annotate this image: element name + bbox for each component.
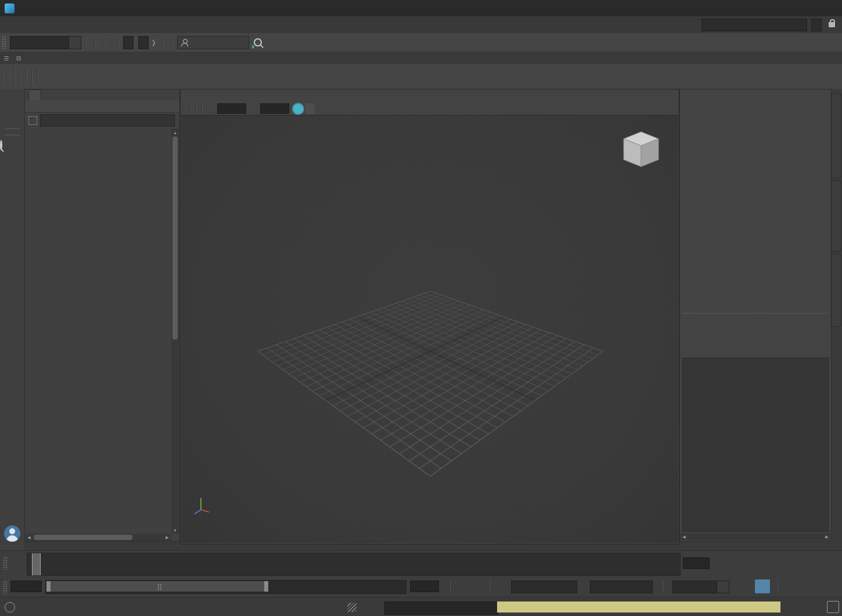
sign-in-button[interactable] [177, 36, 249, 49]
toolbox [0, 89, 24, 550]
symmetry-field[interactable] [138, 36, 149, 49]
current-frame-field[interactable] [683, 557, 710, 569]
workspace-selector [698, 19, 839, 31]
toolbar-separator [104, 36, 105, 49]
fps-dropdown-icon[interactable] [717, 581, 729, 593]
maya-logo-icon [5, 3, 15, 13]
person-icon [181, 39, 188, 46]
toolbox-separator [5, 135, 20, 135]
poly-modeling-shelf [0, 64, 842, 89]
time-slider[interactable] [27, 553, 681, 576]
tab-channel-box-layer-editor[interactable] [832, 93, 841, 178]
range-drag-dots[interactable] [157, 583, 162, 590]
minimize-button[interactable] [764, 0, 790, 16]
scroll-left-icon[interactable]: ◀ [681, 535, 688, 539]
anim-layer-field[interactable] [590, 581, 653, 593]
close-button[interactable] [816, 0, 842, 16]
outliner-list [26, 129, 171, 534]
playback-options-icon[interactable] [755, 579, 770, 593]
command-line-row [0, 597, 842, 616]
auto-keyframe-icon[interactable] [826, 579, 841, 593]
shelf-separator [31, 68, 33, 85]
layer-editor-menubar [680, 332, 831, 343]
scrollbar-thumb[interactable] [172, 136, 178, 340]
time-slider-grip[interactable] [3, 557, 8, 570]
outliner-filter-icon[interactable] [28, 116, 37, 125]
animation-start-field[interactable] [10, 581, 42, 592]
fps-field[interactable] [672, 581, 722, 593]
viewport-toolbar [181, 102, 679, 116]
toolbox-separator [5, 128, 20, 129]
scrollbar-thumb[interactable] [34, 535, 132, 540]
range-end-handle[interactable] [264, 581, 268, 592]
menu-set-dropdown-icon[interactable] [69, 36, 81, 49]
viewport-menubar [181, 89, 679, 102]
warning-message [497, 601, 780, 613]
panel-divider[interactable] [682, 313, 829, 314]
range-slider-bar[interactable] [46, 581, 268, 592]
outliner-search-input[interactable] [41, 117, 168, 124]
axis-gizmo [192, 492, 213, 516]
maximize-button[interactable] [790, 0, 816, 16]
scroll-right-icon[interactable]: ▶ [164, 535, 171, 540]
bookmark-create-icon[interactable] [462, 579, 477, 593]
perspective-viewport[interactable] [180, 89, 679, 545]
help-line-icon[interactable] [5, 602, 15, 613]
range-slider-track[interactable] [45, 580, 406, 594]
menu-set-value[interactable] [10, 36, 69, 49]
outliner-vertical-scrollbar[interactable]: ▲ ▼ [171, 129, 179, 534]
menu-set-selector[interactable] [10, 36, 81, 49]
scroll-right-icon[interactable]: ▶ [823, 535, 830, 539]
exposure-field[interactable] [217, 103, 246, 114]
viewport-canvas[interactable] [181, 116, 678, 543]
loop-playback-icon[interactable] [736, 579, 751, 593]
speaker-icon[interactable] [786, 579, 801, 593]
range-slider-grip[interactable] [3, 581, 8, 593]
zoom-tool-icon[interactable] [0, 140, 2, 150]
toolbar-separator [118, 36, 119, 49]
shelf-menu-icon[interactable]: ☰ [2, 54, 10, 62]
animation-end-field[interactable] [410, 581, 439, 592]
script-editor-icon[interactable] [827, 601, 839, 613]
command-line-grip[interactable] [347, 603, 357, 612]
search-icon[interactable]: x [254, 38, 262, 46]
display-layers-list[interactable] [682, 358, 829, 532]
command-input[interactable] [384, 601, 498, 615]
toolbar-grip[interactable] [2, 36, 7, 49]
current-time-indicator[interactable] [32, 553, 41, 575]
toolbar-separator [85, 36, 87, 49]
outliner-search-box[interactable] [40, 114, 175, 127]
tab-attribute-editor[interactable] [832, 181, 841, 251]
color-management-toggle[interactable] [293, 104, 303, 114]
contrast-icon[interactable] [248, 103, 258, 114]
shelf-tab-bar: ☰ ⊟ [0, 52, 842, 64]
view-cube[interactable] [620, 128, 662, 170]
outliner-tab[interactable] [28, 89, 41, 101]
colorspace-selector[interactable] [305, 103, 315, 114]
workspace-lock-icon[interactable] [829, 22, 835, 27]
workspace-dropdown-icon[interactable] [811, 19, 822, 31]
contrast-field[interactable] [260, 103, 289, 114]
toolbar-separator [95, 36, 96, 49]
workspace-value[interactable] [701, 19, 807, 31]
scroll-down-icon[interactable]: ▼ [171, 527, 179, 534]
live-surface-field[interactable] [123, 36, 134, 49]
tab-modeling-toolkit[interactable] [832, 254, 841, 327]
user-account-icon[interactable] [4, 525, 20, 542]
range-start-handle[interactable] [46, 581, 51, 592]
scroll-left-icon[interactable]: ◀ [26, 535, 33, 540]
ground-plane-grid [257, 291, 604, 477]
character-set-field[interactable] [511, 581, 577, 593]
exposure-icon[interactable] [205, 103, 215, 114]
status-line-toolbar: ❭ x [0, 33, 842, 52]
outliner-horizontal-scrollbar[interactable]: ◀ ▶ [26, 534, 171, 541]
maya-window: ❭ x ☰ ⊟ [0, 0, 842, 616]
shelf-options-icon[interactable]: ⊟ [15, 54, 23, 62]
main-workspace: ▲ ▼ ◀ ▶ [0, 89, 842, 550]
cached-playback-icon[interactable] [808, 579, 823, 593]
shelf-separator [37, 68, 38, 85]
scroll-up-icon[interactable]: ▲ [171, 129, 179, 136]
collapse-arrow-icon[interactable]: ❭ [149, 39, 159, 46]
outliner-panel: ▲ ▼ ◀ ▶ [24, 89, 180, 542]
layer-editor-scrollbar[interactable]: ◀ ▶ [681, 533, 830, 541]
